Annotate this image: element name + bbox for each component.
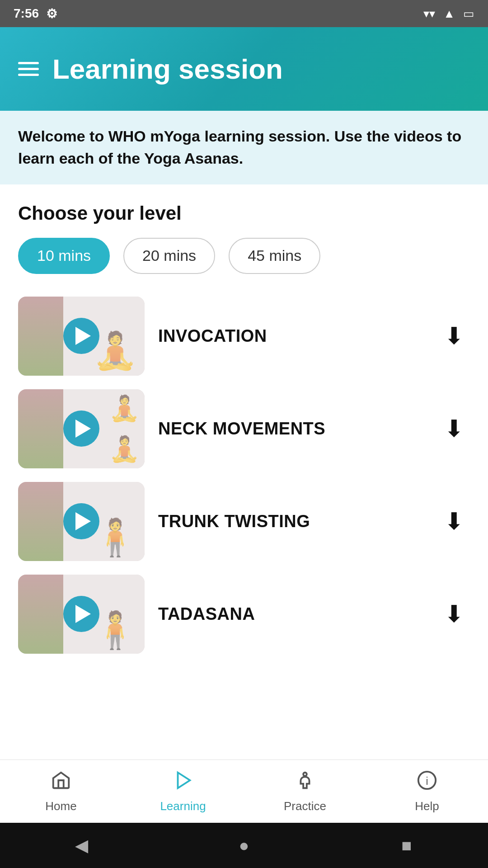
download-icon-neck: ⬇: [444, 415, 464, 442]
level-btn-45[interactable]: 45 mins: [229, 238, 320, 274]
level-btn-20[interactable]: 20 mins: [123, 238, 215, 274]
video-thumbnail-neck[interactable]: 🧘 🧘: [18, 389, 145, 468]
video-info-neck: NECK MOVEMENTS ⬇: [158, 413, 470, 444]
nav-item-practice[interactable]: Practice: [244, 770, 366, 813]
page-title: Learning session: [52, 53, 283, 85]
yoga-figure-invocation: 🧘: [93, 330, 138, 372]
video-info-tadasana: TADASANA ⬇: [158, 598, 470, 630]
help-icon: i: [417, 770, 437, 796]
practice-icon: [295, 770, 315, 796]
wifi-icon: ▾▾: [423, 7, 435, 21]
svg-marker-0: [178, 772, 190, 788]
play-button-invocation[interactable]: [63, 318, 99, 354]
yoga-figure-neck-1: 🧘: [109, 394, 140, 423]
nav-item-learning[interactable]: Learning: [122, 770, 244, 813]
download-icon-trunk: ⬇: [444, 508, 464, 535]
android-home-button[interactable]: ●: [226, 827, 262, 863]
welcome-banner: Welcome to WHO mYoga learning session. U…: [0, 111, 488, 184]
list-item: 🧘 🧘 NECK MOVEMENTS ⬇: [18, 389, 470, 468]
nav-label-practice: Practice: [284, 799, 326, 813]
video-thumbnail-trunk[interactable]: 🧍: [18, 482, 145, 561]
nav-label-learning: Learning: [160, 799, 206, 813]
level-btn-10[interactable]: 10 mins: [18, 238, 110, 274]
download-icon-invocation: ⬇: [444, 322, 464, 349]
android-nav-bar: ◀ ● ■: [0, 823, 488, 868]
app-header: Learning session: [0, 27, 488, 111]
download-button-invocation[interactable]: ⬇: [438, 320, 470, 352]
download-button-tadasana[interactable]: ⬇: [438, 598, 470, 630]
yoga-figure-tadasana: 🧍: [93, 609, 138, 651]
time-display: 7:56: [14, 6, 39, 21]
yoga-figure-neck-2: 🧘: [109, 434, 140, 464]
play-button-neck[interactable]: [63, 410, 99, 447]
signal-icon: ▲: [443, 7, 455, 21]
download-icon-tadasana: ⬇: [444, 600, 464, 627]
hamburger-icon[interactable]: [18, 62, 39, 76]
play-button-trunk[interactable]: [63, 503, 99, 539]
list-item: 🧍 TADASANA ⬇: [18, 575, 470, 654]
welcome-text: Welcome to WHO mYoga learning session. U…: [18, 125, 470, 170]
level-buttons-group: 10 mins 20 mins 45 mins: [18, 238, 470, 274]
android-back-button[interactable]: ◀: [63, 827, 99, 863]
main-content: Choose your level 10 mins 20 mins 45 min…: [0, 184, 488, 667]
video-title-tadasana: TADASANA: [158, 604, 255, 624]
video-thumbnail-tadasana[interactable]: 🧍: [18, 575, 145, 654]
svg-point-1: [303, 772, 307, 776]
list-item: 🧘 INVOCATION ⬇: [18, 297, 470, 376]
nav-label-home: Home: [45, 799, 76, 813]
nav-item-home[interactable]: Home: [0, 770, 122, 813]
video-title-trunk: TRUNK TWISTING: [158, 512, 310, 531]
nav-item-help[interactable]: i Help: [366, 770, 488, 813]
video-title-neck: NECK MOVEMENTS: [158, 419, 325, 439]
level-section-title: Choose your level: [18, 203, 470, 224]
download-button-trunk[interactable]: ⬇: [438, 505, 470, 537]
video-list: 🧘 INVOCATION ⬇ 🧘 🧘 NECK MOVEMENTS: [18, 297, 470, 667]
android-recent-button[interactable]: ■: [389, 827, 425, 863]
battery-icon: ▭: [463, 7, 474, 21]
home-icon: [51, 770, 71, 796]
download-button-neck[interactable]: ⬇: [438, 413, 470, 444]
video-info-trunk: TRUNK TWISTING ⬇: [158, 505, 470, 537]
yoga-figure-trunk: 🧍: [93, 516, 138, 559]
gear-icon: ⚙: [46, 6, 57, 21]
svg-text:i: i: [426, 775, 428, 787]
video-thumbnail-invocation[interactable]: 🧘: [18, 297, 145, 376]
play-icon: [173, 770, 193, 796]
list-item: 🧍 TRUNK TWISTING ⬇: [18, 482, 470, 561]
video-title-invocation: INVOCATION: [158, 326, 267, 346]
status-bar: 7:56 ⚙ ▾▾ ▲ ▭: [0, 0, 488, 27]
nav-label-help: Help: [415, 799, 439, 813]
play-button-tadasana[interactable]: [63, 596, 99, 632]
video-info-invocation: INVOCATION ⬇: [158, 320, 470, 352]
bottom-nav: Home Learning Practice i Help: [0, 760, 488, 823]
